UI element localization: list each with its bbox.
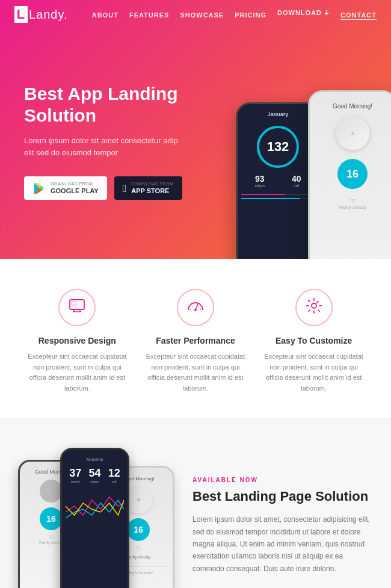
about-num-1: 37 [69, 467, 81, 480]
about-teal-number: 16 [337, 159, 368, 189]
logo-icon: L [14, 6, 28, 23]
svg-rect-0 [70, 300, 84, 309]
hero-title: Best App Landing Solution [24, 83, 217, 126]
good-morning-text: Good Morning! [315, 98, 390, 112]
monitor-icon [69, 299, 85, 316]
about-phones: Good Morni... 16 °C Partly cloudy Monthl… [18, 448, 174, 588]
nav-download[interactable]: Download [277, 9, 330, 16]
gear-icon [306, 298, 322, 317]
feature-customize-title: Easy To Customize [263, 336, 365, 345]
about-num-3-label: cal [108, 480, 120, 483]
about-teal-16b: 16 [127, 518, 150, 541]
about-desc: Lorem ipsum dolor sit amet, consectetur … [192, 513, 373, 575]
svg-point-5 [194, 309, 197, 311]
feature-performance: Faster Performance Excepteur sint occaec… [144, 289, 247, 394]
google-play-button[interactable]: Download From GOOGLE PLAY [24, 176, 107, 200]
about-monthly-label: Monthly [66, 454, 124, 462]
apple-icon:  [123, 183, 127, 194]
about-phone-center: Monthly 37 travel 54 steps 12 cal [60, 448, 129, 588]
gauge-value: 132 [267, 139, 289, 155]
feature-customize-desc: Excepteur sint occaecat cupidatat non pr… [263, 351, 365, 394]
feature-responsive-title: Responsive Design [26, 336, 128, 345]
google-store-name: GOOGLE PLAY [51, 187, 99, 195]
feature-responsive: Responsive Design Excepteur sint occaeca… [26, 289, 128, 394]
about-num-2: 54 [88, 467, 100, 480]
google-play-icon [32, 182, 46, 195]
nav-links: About Features Showcase Pricing Download… [92, 9, 377, 20]
performance-icon-wrap [177, 289, 214, 326]
apple-store-name: APP STORE [131, 187, 173, 195]
app-store-button[interactable]:  Download From APP STORE [114, 176, 182, 200]
hero-phone-light-screen: Good Morning! ☀ 16 °C Partly cloudy [310, 92, 391, 259]
svg-rect-4 [72, 302, 76, 305]
hero-subtitle: Lorem ipsum dolor sit amet consectetur a… [24, 135, 186, 160]
about-num-3: 12 [108, 467, 120, 480]
hero-section: Best App Landing Solution Lorem ipsum do… [0, 0, 391, 259]
about-num-2-label: steps [88, 480, 100, 483]
about-tag: Available Now [192, 477, 373, 483]
customize-icon-wrap [295, 289, 333, 326]
about-content: Available Now Best Landing Page Solution… [192, 477, 373, 588]
apple-from-label: Download From [131, 181, 173, 187]
features-section: Responsive Design Excepteur sint occaeca… [0, 259, 391, 418]
responsive-icon-wrap [58, 289, 96, 326]
feature-performance-title: Faster Performance [144, 336, 247, 345]
gauge-circle: 132 [257, 126, 299, 168]
nav-features[interactable]: Features [129, 11, 169, 19]
about-teal-16: 16 [40, 507, 63, 530]
nav-contact[interactable]: Contact [340, 11, 377, 19]
about-title: Best Landing Page Solution [192, 488, 373, 506]
hero-phone-dark: January 132 93 steps 40 cal [236, 102, 320, 259]
navbar: L Landy. About Features Showcase Pricing… [0, 0, 391, 29]
about-section: Good Morni... 16 °C Partly cloudy Monthl… [0, 418, 391, 588]
nav-pricing[interactable]: Pricing [235, 11, 266, 19]
feature-performance-desc: Excepteur sint occaecat cupidatat non pr… [144, 351, 247, 394]
about-phone-center-screen: Monthly 37 travel 54 steps 12 cal [62, 450, 128, 588]
feature-customize: Easy To Customize Excepteur sint occaeca… [263, 289, 365, 394]
google-from-label: Download From [51, 181, 99, 187]
about-num-1-label: travel [69, 480, 81, 483]
screen-month: January [241, 109, 315, 120]
hero-phone-light: Good Morning! ☀ 16 °C Partly cloudy [308, 90, 391, 259]
hero-content: Best App Landing Solution Lorem ipsum do… [24, 83, 217, 200]
speedometer-icon [187, 299, 204, 316]
hero-phone-dark-screen: January 132 93 steps 40 cal [238, 104, 318, 259]
download-arrow-icon [324, 10, 330, 16]
hero-buttons: Download From GOOGLE PLAY  Download Fro… [24, 176, 217, 200]
logo: L Landy. [14, 6, 68, 23]
feature-responsive-desc: Excepteur sint occaecat cupidatat non pr… [26, 351, 128, 394]
logo-text: Landy. [29, 8, 68, 22]
hero-phones: January 132 93 steps 40 cal [236, 90, 391, 259]
nav-showcase[interactable]: Showcase [180, 11, 224, 19]
nav-about[interactable]: About [92, 11, 119, 19]
svg-point-6 [312, 303, 316, 308]
wave-chart [66, 488, 124, 524]
